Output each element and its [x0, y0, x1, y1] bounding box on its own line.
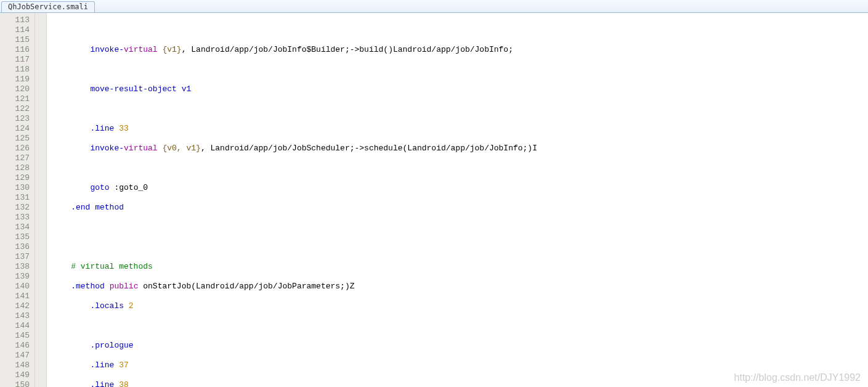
line-number: 148	[5, 361, 30, 370]
number: 2	[129, 301, 134, 311]
line-number: 143	[5, 311, 30, 321]
line-number: 142	[5, 301, 30, 311]
line-number: 117	[5, 55, 30, 65]
line-number: 141	[5, 291, 30, 301]
line-number: 134	[5, 222, 30, 232]
modifier: public	[110, 282, 144, 291]
number: 38	[119, 380, 129, 387]
line-number: 122	[5, 104, 30, 114]
line-number: 145	[5, 331, 30, 341]
label: :goto_0	[114, 183, 148, 192]
line-number: 144	[5, 321, 30, 331]
line-number: 115	[5, 35, 30, 45]
line-number: 125	[5, 134, 30, 144]
line-number: 116	[5, 45, 30, 55]
code-area[interactable]: invoke-virtual {v1}, Landroid/app/job/Jo…	[47, 13, 868, 387]
directive: .line	[52, 124, 119, 133]
code-text: move-result-object v1	[52, 84, 191, 94]
line-number: 128	[5, 163, 30, 173]
directive: .line	[52, 380, 119, 387]
line-number: 133	[5, 213, 30, 222]
line-number: 147	[5, 351, 30, 361]
line-number: 135	[5, 232, 30, 242]
tab-bar: QhJobService.smali	[0, 0, 868, 13]
modifier: virtual	[124, 144, 162, 153]
keyword: invoke-	[52, 144, 124, 153]
line-number: 149	[5, 370, 30, 380]
line-number: 146	[5, 341, 30, 351]
line-number: 139	[5, 272, 30, 282]
register: {v0, v1}	[162, 144, 200, 153]
directive: .end method	[52, 203, 124, 212]
line-number: 114	[5, 25, 30, 35]
line-number: 132	[5, 203, 30, 213]
line-number: 130	[5, 183, 30, 193]
line-number: 124	[5, 124, 30, 134]
line-number: 131	[5, 193, 30, 203]
directive: .prologue	[52, 341, 134, 350]
line-number: 129	[5, 173, 30, 183]
line-number: 140	[5, 282, 30, 291]
register: {v1}	[162, 45, 181, 54]
line-number: 138	[5, 262, 30, 272]
number: 37	[119, 361, 129, 370]
modifier: virtual	[124, 45, 162, 54]
method-sig: onStartJob(Landroid/app/job/JobParameter…	[143, 282, 354, 291]
number: 33	[119, 124, 129, 133]
line-number: 127	[5, 153, 30, 163]
line-number-gutter: 1131141151161171181191201211221231241251…	[0, 13, 35, 387]
directive: .line	[52, 361, 119, 370]
code-text: , Landroid/app/job/JobScheduler;->schedu…	[201, 144, 537, 153]
line-number: 126	[5, 144, 30, 153]
code-editor[interactable]: 1131141151161171181191201211221231241251…	[0, 13, 868, 387]
line-number: 137	[5, 252, 30, 262]
line-number: 119	[5, 75, 30, 84]
fold-gutter	[35, 13, 47, 387]
line-number: 123	[5, 114, 30, 124]
keyword: goto	[90, 183, 114, 192]
keyword: invoke-	[52, 45, 124, 54]
indent	[52, 183, 90, 192]
line-number: 113	[5, 15, 30, 25]
line-number: 136	[5, 242, 30, 252]
line-number: 118	[5, 65, 30, 75]
directive: .locals	[52, 301, 129, 311]
line-number: 120	[5, 84, 30, 94]
line-number: 121	[5, 94, 30, 104]
code-text: , Landroid/app/job/JobInfo$Builder;->bui…	[182, 45, 513, 54]
comment: # virtual methods	[52, 262, 153, 271]
directive: .method	[52, 282, 110, 291]
file-tab[interactable]: QhJobService.smali	[1, 1, 95, 12]
line-number: 150	[5, 380, 30, 387]
